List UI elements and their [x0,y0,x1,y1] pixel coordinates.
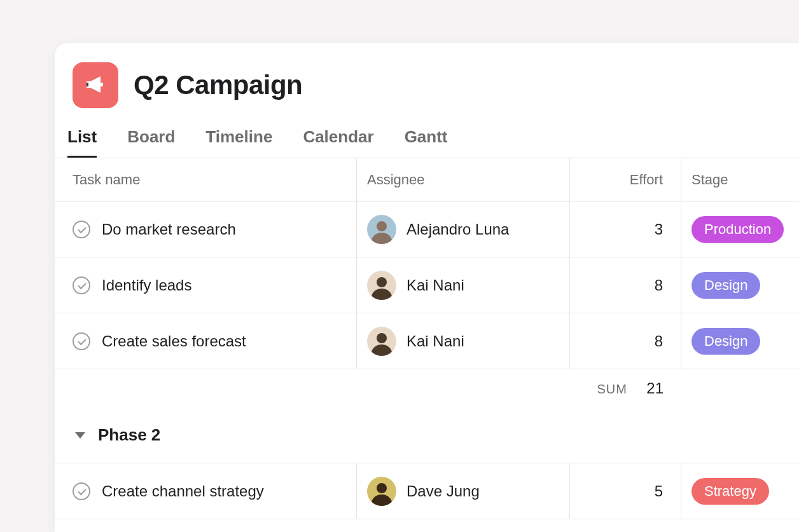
svg-point-5 [372,289,392,300]
stage-pill[interactable]: Design [691,328,760,355]
avatar[interactable] [367,215,396,244]
project-title: Q2 Campaign [134,70,302,100]
svg-point-7 [372,344,392,356]
complete-check-icon[interactable] [73,221,90,238]
chevron-down-icon[interactable] [75,432,85,439]
avatar[interactable] [367,477,396,506]
section-row[interactable]: Phase 2 [55,407,799,463]
view-tabs: List Board Timeline Calendar Gantt [55,117,799,158]
column-header-assignee[interactable]: Assignee [357,158,570,201]
assignee-name: Dave Jung [406,482,480,500]
assignee-name: Kai Nani [406,276,464,294]
task-name: Do market research [102,221,236,238]
sum-row: SUM 21 [55,369,799,407]
effort-value: 5 [655,482,663,500]
sum-label: SUM [597,382,627,396]
task-row[interactable]: Identify leads Kai Nani 8 Design [55,257,799,313]
stage-pill[interactable]: Production [691,216,784,243]
complete-check-icon[interactable] [73,482,90,500]
task-name: Identify leads [102,276,191,294]
stage-pill[interactable]: Strategy [691,478,769,505]
tasks-table: Task name Assignee Effort Stage Do marke… [55,158,799,519]
task-row[interactable]: Create sales forecast Kai Nani 8 Design [55,313,799,369]
tab-gantt[interactable]: Gantt [405,123,448,158]
column-header-task[interactable]: Task name [55,158,357,201]
assignee-name: Kai Nani [406,332,464,350]
svg-point-9 [372,494,392,506]
task-name: Create sales forecast [102,332,246,350]
svg-rect-0 [101,83,103,86]
table-header-row: Task name Assignee Effort Stage [55,158,799,201]
task-row[interactable]: Create channel strategy Dave Jung 5 Stra… [55,463,799,519]
project-header: Q2 Campaign [55,43,799,117]
svg-point-2 [377,221,387,231]
svg-point-3 [372,233,392,244]
svg-point-8 [377,483,387,493]
effort-value: 8 [655,332,663,350]
section-title: Phase 2 [98,425,160,445]
avatar[interactable] [367,327,396,356]
effort-value: 3 [655,221,663,238]
project-panel: Q2 Campaign List Board Timeline Calendar… [55,43,799,532]
tab-list[interactable]: List [67,123,97,158]
complete-check-icon[interactable] [73,332,90,350]
project-icon-megaphone[interactable] [73,62,118,108]
tab-timeline[interactable]: Timeline [205,123,272,158]
column-header-effort[interactable]: Effort [570,158,681,201]
effort-value: 8 [655,276,663,294]
tab-calendar[interactable]: Calendar [303,123,373,158]
task-name: Create channel strategy [102,482,264,500]
assignee-name: Alejandro Luna [406,221,509,238]
complete-check-icon[interactable] [73,276,90,294]
avatar[interactable] [367,271,396,300]
svg-point-4 [377,277,387,287]
column-header-stage[interactable]: Stage [681,158,799,201]
stage-pill[interactable]: Design [691,272,760,299]
tab-board[interactable]: Board [127,123,175,158]
task-row[interactable]: Do market research Alejandro Luna 3 Prod… [55,201,799,257]
sum-value: 21 [646,379,664,397]
megaphone-icon [83,72,108,98]
svg-rect-1 [87,83,88,86]
svg-point-6 [377,333,387,343]
